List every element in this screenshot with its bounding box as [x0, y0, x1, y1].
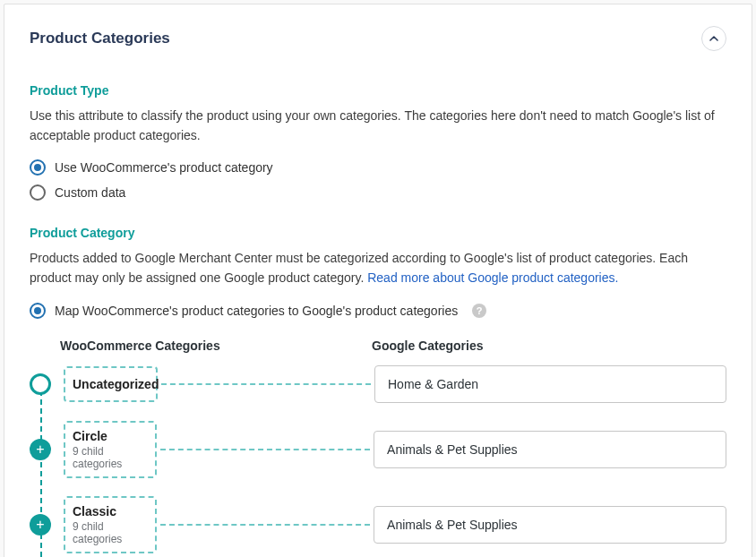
- radio-label: Use WooCommerce's product category: [55, 160, 273, 175]
- radio-use-woocommerce-category[interactable]: Use WooCommerce's product category: [30, 159, 726, 176]
- column-header-woo: WooCommerce Categories: [60, 338, 372, 353]
- collapse-toggle[interactable]: [701, 26, 726, 51]
- category-name: Circle: [73, 429, 148, 443]
- expand-icon[interactable]: +: [30, 514, 51, 536]
- column-header-google: Google Categories: [372, 338, 483, 353]
- connector-line: [160, 449, 370, 450]
- panel-title: Product Categories: [30, 30, 170, 47]
- category-name: Classic: [73, 504, 148, 518]
- category-row-circle: + Circle 9 child categories Animals & Pe…: [30, 421, 726, 478]
- category-name: Uncategorized: [73, 377, 149, 391]
- woo-category-card[interactable]: Uncategorized: [64, 366, 158, 402]
- product-category-description: Products added to Google Merchant Center…: [30, 249, 726, 287]
- radio-icon: [30, 303, 46, 319]
- category-children-count: 9 child categories: [73, 445, 148, 470]
- woo-category-card[interactable]: Classic 9 child categories: [64, 496, 157, 553]
- google-categories-link[interactable]: Read more about Google product categorie…: [367, 270, 618, 285]
- connector-line: [161, 383, 371, 385]
- google-category-select[interactable]: Animals & Pet Supplies: [374, 431, 726, 468]
- expand-icon[interactable]: +: [30, 439, 51, 460]
- woo-category-card[interactable]: Circle 9 child categories: [64, 421, 157, 478]
- product-type-heading: Product Type: [30, 83, 726, 98]
- radio-custom-data[interactable]: Custom data: [30, 184, 726, 201]
- radio-icon: [30, 184, 46, 201]
- product-category-heading: Product Category: [30, 226, 726, 240]
- product-type-radio-group: Use WooCommerce's product category Custo…: [30, 159, 726, 201]
- category-row-uncategorized: Uncategorized Home & Garden: [30, 365, 726, 403]
- google-category-select[interactable]: Home & Garden: [374, 365, 726, 403]
- category-tree: Uncategorized Home & Garden + Circle 9 c…: [30, 365, 726, 557]
- radio-label: Map WooCommerce's product categories to …: [55, 304, 458, 318]
- google-category-select[interactable]: Animals & Pet Supplies: [374, 506, 726, 544]
- connector-line: [160, 524, 370, 526]
- columns-header: WooCommerce Categories Google Categories: [30, 338, 726, 353]
- product-type-description: Use this attribute to classify the produ…: [30, 107, 726, 145]
- chevron-up-icon: [709, 33, 719, 44]
- product-categories-panel: Product Categories Product Type Use this…: [4, 4, 752, 557]
- node-icon: [30, 373, 51, 395]
- category-children-count: 9 child categories: [73, 520, 148, 545]
- help-icon[interactable]: ?: [472, 304, 486, 318]
- panel-header: Product Categories: [30, 26, 726, 51]
- radio-label: Custom data: [55, 185, 125, 200]
- radio-icon: [30, 159, 46, 176]
- radio-map-categories[interactable]: Map WooCommerce's product categories to …: [30, 303, 726, 319]
- category-row-classic: + Classic 9 child categories Animals & P…: [30, 496, 726, 553]
